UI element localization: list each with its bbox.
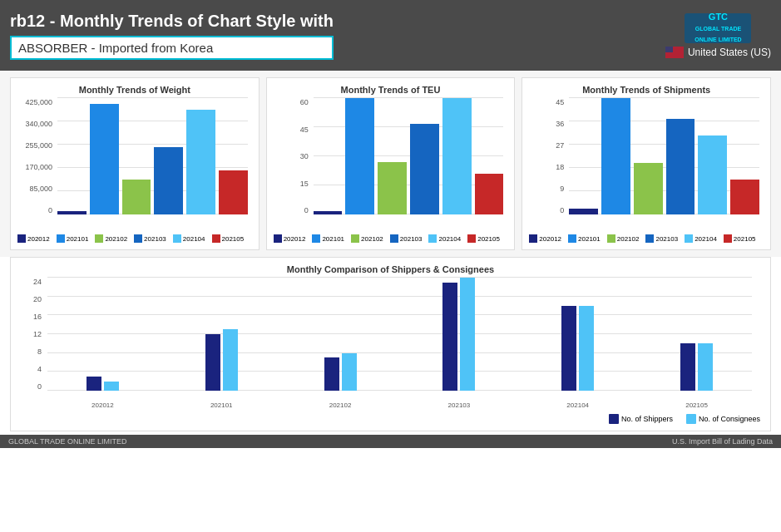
shippers-bar	[561, 306, 576, 391]
legend-item: 202012	[17, 234, 50, 243]
x-label: 202102	[329, 401, 352, 409]
shipments-bars	[569, 98, 759, 214]
x-label: 202103	[448, 401, 471, 409]
legend-color	[645, 234, 654, 243]
x-label: 202104	[566, 401, 589, 409]
legend-color	[173, 234, 181, 243]
bar-group	[698, 98, 727, 214]
bar	[219, 170, 248, 214]
header-right: GTCGLOBAL TRADEONLINE LIMITED United Sta…	[665, 13, 771, 58]
legend-item: 202104	[685, 234, 717, 243]
country-info: United States (US)	[665, 47, 771, 58]
comparison-y-axis: 24 20 16 12 8 4 0	[21, 278, 44, 391]
bar-group	[442, 98, 472, 214]
bar-group	[122, 98, 151, 214]
legend-item: 202012	[529, 234, 561, 243]
shipments-chart-area: 45 36 27 18 9 0	[529, 98, 764, 231]
bar	[634, 163, 663, 214]
bar-group	[154, 98, 183, 214]
shippers-bar	[442, 283, 457, 391]
legend-item: 202105	[212, 234, 245, 243]
x-label: 202105	[685, 401, 708, 409]
bar	[442, 98, 472, 214]
bar-group	[666, 98, 695, 214]
consignees-bar	[342, 353, 357, 391]
shipments-chart: Monthly Trends of Shipments 45 36 27 18 …	[521, 77, 771, 250]
top-charts: Monthly Trends of Weight 425,000 340,000…	[0, 71, 781, 257]
teu-chart-title: Monthly Trends of TEU	[274, 85, 508, 95]
bar	[730, 180, 759, 214]
legend-item: 202012	[274, 234, 306, 243]
legend-item: 202101	[312, 234, 344, 243]
legend-color	[351, 234, 359, 243]
bar	[122, 180, 151, 214]
consignees-label: No. of Consignees	[699, 415, 760, 423]
legend-color	[312, 234, 320, 243]
consignees-color	[686, 414, 696, 424]
legend-color	[428, 234, 437, 243]
legend-color	[607, 234, 615, 243]
bar-group	[219, 98, 248, 214]
consignees-bar	[579, 306, 594, 391]
legend-item: 202103	[134, 234, 166, 243]
bar-group	[186, 98, 215, 214]
bar	[698, 135, 727, 214]
bar	[154, 147, 183, 214]
header-subtitle: ABSORBER - Imported from Korea	[10, 36, 334, 60]
weight-chart-title: Monthly Trends of Weight	[17, 85, 252, 95]
bar	[345, 98, 374, 214]
legend-consignees: No. of Consignees	[686, 414, 760, 424]
bar-group	[314, 98, 343, 214]
legend-color	[95, 234, 103, 243]
bar-group	[345, 98, 374, 214]
legend-item: 202104	[428, 234, 461, 243]
legend-item: 202102	[351, 234, 383, 243]
x-label: 202012	[91, 401, 114, 409]
legend-item: 202103	[390, 234, 423, 243]
logo: GTCGLOBAL TRADEONLINE LIMITED	[685, 13, 751, 43]
legend-color	[212, 234, 220, 243]
country-label: United States (US)	[688, 47, 771, 58]
shippers-bar	[87, 377, 101, 391]
weight-y-axis: 425,000 340,000 255,000 170,000 85,000 0	[17, 98, 55, 214]
teu-legend: 202012 202101 202102 202103 202104 20210…	[274, 234, 508, 243]
teu-bars	[314, 98, 504, 214]
legend-color	[529, 234, 537, 243]
bar-group	[475, 98, 504, 214]
shippers-label: No. of Shippers	[621, 415, 673, 423]
bar-group	[569, 98, 598, 214]
legend-item: 202105	[724, 234, 756, 243]
legend-item: 202101	[57, 234, 89, 243]
bar-group	[634, 98, 663, 214]
legend-shippers: No. of Shippers	[609, 414, 673, 424]
header-left: rb12 - Monthly Trends of Chart Style wit…	[10, 12, 334, 60]
bar	[378, 162, 407, 214]
consignees-bar	[223, 329, 238, 391]
footer-left: GLOBAL TRADE ONLINE LIMITED	[8, 437, 127, 446]
bar	[666, 119, 695, 214]
legend-color	[685, 234, 693, 243]
footer-right: U.S. Import Bill of Lading Data	[672, 437, 773, 446]
legend-color	[724, 234, 732, 243]
shippers-color	[609, 414, 619, 424]
shippers-bar	[205, 334, 220, 391]
shippers-bar	[680, 343, 695, 391]
bar-group	[730, 98, 759, 214]
legend-color	[134, 234, 142, 243]
legend-item: 202104	[173, 234, 205, 243]
consignees-bar	[698, 343, 713, 391]
bar-group-202101: 202101	[166, 278, 277, 391]
bar-group-202105: 202105	[641, 278, 752, 391]
bar-group-202012: 202012	[47, 278, 158, 391]
weight-chart: Monthly Trends of Weight 425,000 340,000…	[10, 77, 260, 250]
shipments-legend: 202012 202101 202102 202103 202104 20210…	[529, 234, 764, 243]
legend-item: 202103	[645, 234, 678, 243]
bar-group	[410, 98, 439, 214]
weight-chart-area: 425,000 340,000 255,000 170,000 85,000 0	[17, 98, 252, 231]
teu-chart: Monthly Trends of TEU 60 45 30 15 0	[266, 77, 516, 250]
bar-group	[57, 98, 87, 214]
bar-group	[601, 98, 630, 214]
bar	[410, 124, 439, 214]
comparison-bar-groups: 202012 202101 202102	[47, 278, 752, 391]
bar	[90, 104, 119, 214]
